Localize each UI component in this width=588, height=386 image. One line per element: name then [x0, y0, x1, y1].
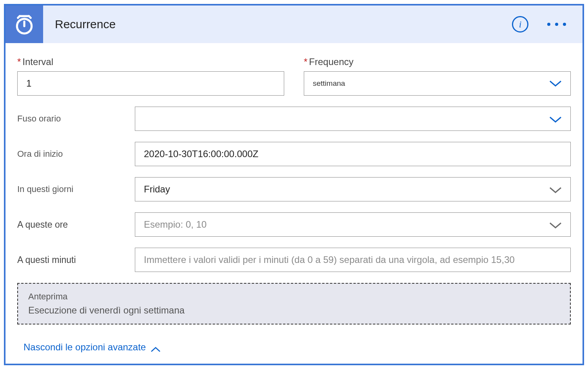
card-title: Recurrence	[55, 18, 512, 31]
at-minutes-input[interactable]: Immettere i valori validi per i minuti (…	[135, 248, 571, 272]
timezone-label: Fuso orario	[17, 114, 135, 124]
at-hours-select[interactable]: Esempio: 0, 10	[135, 212, 571, 237]
clock-icon	[13, 13, 35, 35]
chevron-down-icon	[549, 115, 562, 123]
preview-panel: Anteprima Esecuzione di venerdì ogni set…	[17, 283, 571, 324]
timezone-select[interactable]	[135, 107, 571, 131]
card-body: *Interval 1 *Frequency settimana F	[5, 43, 583, 364]
at-minutes-label: A questi minuti	[17, 255, 135, 265]
chevron-down-icon	[549, 80, 562, 87]
preview-text: Esecuzione di venerdì ogni settimana	[28, 305, 560, 316]
interval-input[interactable]: 1	[17, 71, 284, 96]
start-time-label: Ora di inizio	[17, 149, 135, 159]
chevron-down-icon	[549, 221, 562, 228]
frequency-select[interactable]: settimana	[304, 71, 571, 96]
hide-advanced-options-link[interactable]: Nascondi le opzioni avanzate	[24, 342, 161, 353]
recurrence-card: Recurrence i *Interval 1 *Frequency	[4, 4, 584, 365]
card-header: Recurrence i	[5, 5, 583, 43]
at-hours-label: A queste ore	[17, 219, 135, 230]
header-actions: i	[512, 16, 583, 33]
on-days-select[interactable]: Friday	[135, 177, 571, 201]
interval-label: *Interval	[17, 56, 284, 67]
chevron-up-icon	[151, 344, 161, 350]
connector-icon-box	[5, 5, 43, 43]
preview-title: Anteprima	[28, 292, 560, 302]
chevron-down-icon	[549, 185, 562, 193]
on-days-label: In questi giorni	[17, 184, 135, 194]
more-menu-icon[interactable]	[547, 23, 566, 26]
frequency-label: *Frequency	[304, 56, 571, 67]
info-icon[interactable]: i	[512, 16, 528, 33]
start-time-input[interactable]: 2020-10-30T16:00:00.000Z	[135, 142, 571, 166]
